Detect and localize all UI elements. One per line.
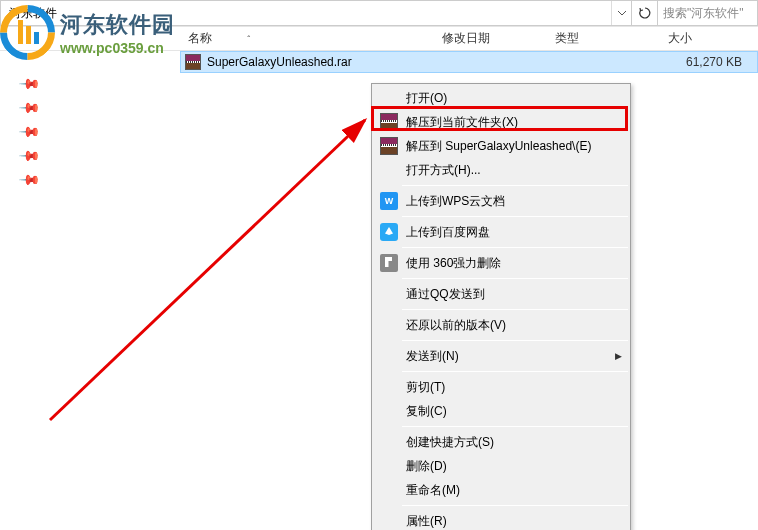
- column-name[interactable]: 名称 ˆ: [180, 27, 434, 50]
- pin-icon[interactable]: 📌: [20, 97, 40, 117]
- menu-open[interactable]: 打开(O): [374, 86, 628, 110]
- empty-icon: [380, 285, 398, 303]
- menu-separator: [402, 309, 628, 310]
- menu-separator: [402, 340, 628, 341]
- wps-icon: W: [380, 192, 398, 210]
- empty-icon: [380, 481, 398, 499]
- empty-icon: [380, 402, 398, 420]
- empty-icon: [380, 512, 398, 530]
- menu-360-delete[interactable]: 使用 360强力删除: [374, 251, 628, 275]
- rar-file-icon: [185, 54, 201, 70]
- empty-icon: [380, 89, 398, 107]
- baidu-icon: [380, 223, 398, 241]
- menu-create-shortcut[interactable]: 创建快捷方式(S): [374, 430, 628, 454]
- menu-open-with[interactable]: 打开方式(H)...: [374, 158, 628, 182]
- address-path[interactable]: 河东软件: [1, 1, 611, 25]
- file-name: SuperGalaxyUnleashed.rar: [205, 55, 441, 69]
- menu-open-with-label: 打开方式(H)...: [406, 162, 622, 179]
- menu-separator: [402, 371, 628, 372]
- menu-restore-prev[interactable]: 还原以前的版本(V): [374, 313, 628, 337]
- pin-icon[interactable]: 📌: [20, 121, 40, 141]
- column-name-label: 名称: [188, 30, 212, 47]
- refresh-icon[interactable]: [631, 1, 657, 25]
- menu-separator: [402, 216, 628, 217]
- menu-copy-label: 复制(C): [406, 403, 622, 420]
- menu-open-label: 打开(O): [406, 90, 622, 107]
- quick-access-sidebar: 📌 📌 📌 📌 📌: [0, 51, 60, 530]
- address-dropdown-icon[interactable]: [611, 1, 631, 25]
- menu-send-qq[interactable]: 通过QQ发送到: [374, 282, 628, 306]
- empty-icon: [380, 433, 398, 451]
- menu-send-qq-label: 通过QQ发送到: [406, 286, 622, 303]
- menu-extract-to-label: 解压到 SuperGalaxyUnleashed\(E): [406, 138, 622, 155]
- menu-delete[interactable]: 删除(D): [374, 454, 628, 478]
- menu-send-to-label: 发送到(N): [406, 348, 615, 365]
- 360-icon: [380, 254, 398, 272]
- menu-delete-label: 删除(D): [406, 458, 622, 475]
- menu-separator: [402, 426, 628, 427]
- file-row[interactable]: SuperGalaxyUnleashed.rar 61,270 KB: [180, 51, 758, 73]
- menu-rename[interactable]: 重命名(M): [374, 478, 628, 502]
- menu-copy[interactable]: 复制(C): [374, 399, 628, 423]
- menu-extract-here[interactable]: 解压到当前文件夹(X): [374, 110, 628, 134]
- context-menu: 打开(O) 解压到当前文件夹(X) 解压到 SuperGalaxyUnleash…: [371, 83, 631, 530]
- menu-360-delete-label: 使用 360强力删除: [406, 255, 622, 272]
- submenu-arrow-icon: ▶: [615, 351, 622, 361]
- address-bar: 河东软件 搜索"河东软件": [0, 0, 758, 26]
- menu-cut[interactable]: 剪切(T): [374, 375, 628, 399]
- menu-extract-to[interactable]: 解压到 SuperGalaxyUnleashed\(E): [374, 134, 628, 158]
- menu-properties[interactable]: 属性(R): [374, 509, 628, 530]
- column-size[interactable]: 大小: [660, 27, 758, 50]
- menu-separator: [402, 278, 628, 279]
- sort-caret-icon: ˆ: [247, 34, 250, 44]
- menu-cut-label: 剪切(T): [406, 379, 622, 396]
- empty-icon: [380, 316, 398, 334]
- rar-icon: [380, 113, 398, 131]
- column-type[interactable]: 类型: [547, 27, 660, 50]
- menu-separator: [402, 505, 628, 506]
- menu-separator: [402, 247, 628, 248]
- empty-icon: [380, 378, 398, 396]
- empty-icon: [380, 161, 398, 179]
- file-size: 61,270 KB: [657, 55, 757, 69]
- menu-properties-label: 属性(R): [406, 513, 622, 530]
- menu-upload-wps-label: 上传到WPS云文档: [406, 193, 622, 210]
- pin-icon[interactable]: 📌: [20, 145, 40, 165]
- menu-rename-label: 重命名(M): [406, 482, 622, 499]
- menu-restore-prev-label: 还原以前的版本(V): [406, 317, 622, 334]
- menu-upload-wps[interactable]: W 上传到WPS云文档: [374, 189, 628, 213]
- rar-icon: [380, 137, 398, 155]
- menu-upload-baidu[interactable]: 上传到百度网盘: [374, 220, 628, 244]
- menu-extract-here-label: 解压到当前文件夹(X): [406, 114, 622, 131]
- search-input[interactable]: 搜索"河东软件": [657, 1, 757, 25]
- menu-upload-baidu-label: 上传到百度网盘: [406, 224, 622, 241]
- columns-header: 名称 ˆ 修改日期 类型 大小: [0, 26, 758, 51]
- empty-icon: [380, 347, 398, 365]
- pin-icon[interactable]: 📌: [20, 73, 40, 93]
- menu-create-shortcut-label: 创建快捷方式(S): [406, 434, 622, 451]
- pin-icon[interactable]: 📌: [20, 169, 40, 189]
- empty-icon: [380, 457, 398, 475]
- column-date[interactable]: 修改日期: [434, 27, 547, 50]
- menu-separator: [402, 185, 628, 186]
- menu-send-to[interactable]: 发送到(N) ▶: [374, 344, 628, 368]
